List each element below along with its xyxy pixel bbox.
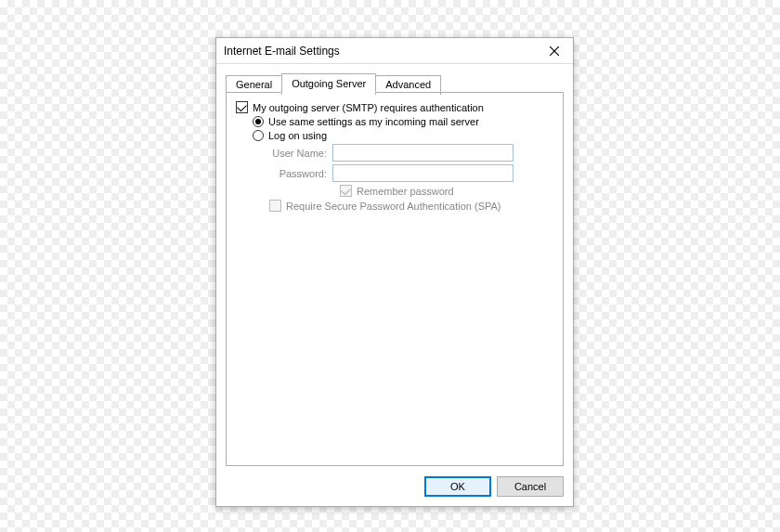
- password-label: Password:: [269, 168, 332, 179]
- use-same-row: Use same settings as my incoming mail se…: [236, 116, 553, 127]
- requires-auth-checkbox[interactable]: [236, 101, 248, 113]
- tabs: General Outgoing Server Advanced: [226, 73, 564, 93]
- tabs-container: General Outgoing Server Advanced: [216, 64, 573, 93]
- username-row: User Name:: [236, 144, 553, 162]
- spa-checkbox: [269, 200, 281, 212]
- close-button[interactable]: [536, 38, 573, 64]
- remember-password-checkbox: [340, 185, 352, 197]
- remember-password-label: Remember password: [357, 186, 454, 197]
- logon-row: Log on using: [236, 130, 553, 141]
- username-input[interactable]: [332, 144, 514, 162]
- email-settings-dialog: Internet E-mail Settings General Outgoin…: [215, 37, 574, 507]
- tab-outgoing-server[interactable]: Outgoing Server: [281, 73, 376, 93]
- username-label: User Name:: [269, 148, 332, 159]
- spa-row: Require Secure Password Authentication (…: [236, 200, 553, 212]
- use-same-label: Use same settings as my incoming mail se…: [268, 116, 479, 127]
- close-icon: [550, 46, 559, 56]
- requires-auth-row: My outgoing server (SMTP) requires authe…: [236, 101, 553, 113]
- spa-label: Require Secure Password Authentication (…: [286, 201, 501, 212]
- password-input[interactable]: [332, 164, 514, 182]
- dialog-title: Internet E-mail Settings: [224, 45, 340, 58]
- use-same-radio[interactable]: [253, 116, 264, 127]
- button-bar: OK Cancel: [216, 467, 573, 506]
- logon-radio[interactable]: [253, 130, 264, 141]
- password-row: Password:: [236, 164, 553, 182]
- cancel-button[interactable]: Cancel: [497, 476, 564, 497]
- ok-button[interactable]: OK: [424, 476, 491, 497]
- requires-auth-label: My outgoing server (SMTP) requires authe…: [253, 102, 484, 113]
- tab-panel-outgoing: My outgoing server (SMTP) requires authe…: [226, 92, 564, 466]
- titlebar: Internet E-mail Settings: [216, 38, 573, 64]
- logon-label: Log on using: [268, 130, 327, 141]
- tab-strip-divider: [226, 92, 564, 93]
- remember-row: Remember password: [236, 185, 553, 197]
